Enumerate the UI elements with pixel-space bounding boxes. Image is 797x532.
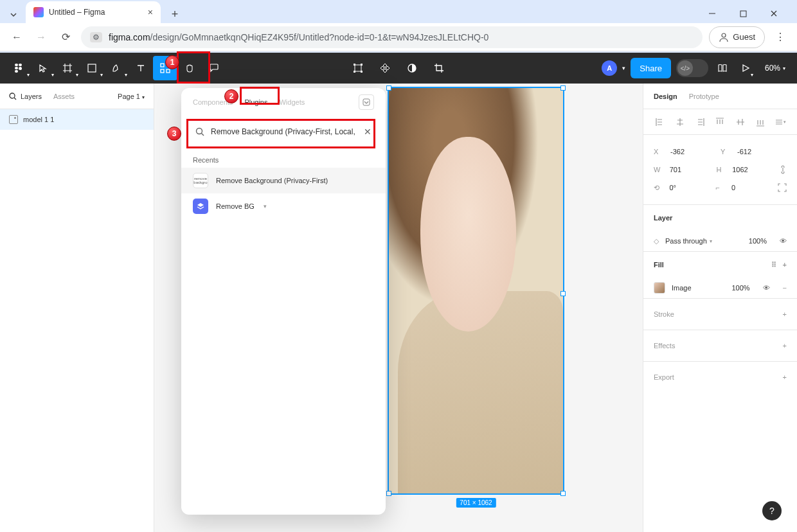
add-stroke-button[interactable]: +: [783, 310, 787, 318]
h-input[interactable]: 1062: [732, 166, 774, 173]
close-tab-icon[interactable]: ×: [148, 7, 153, 17]
frame-tool-button[interactable]: ▾: [55, 56, 80, 80]
blend-mode-select[interactable]: Pass through ▾: [665, 237, 712, 245]
add-export-button[interactable]: +: [783, 373, 787, 381]
figma-favicon: [33, 7, 44, 17]
fill-style-button[interactable]: ⠿: [771, 261, 776, 269]
image-layer-icon: [9, 115, 18, 124]
align-more-button[interactable]: ▾: [774, 116, 787, 129]
h-label: H: [717, 166, 728, 173]
user-avatar[interactable]: A: [602, 60, 617, 76]
rotation-input[interactable]: 0°: [669, 184, 710, 191]
canvas[interactable]: 701 × 1062 Components Plugins Widgets ✕ …: [154, 84, 643, 532]
plugin-item[interactable]: Remove BG ▾: [181, 193, 386, 219]
window-maximize-button[interactable]: [730, 4, 756, 23]
assets-tab[interactable]: Assets: [53, 93, 75, 100]
plugin-icon: removebackgro: [193, 173, 208, 188]
design-tab[interactable]: Design: [654, 93, 677, 100]
share-button[interactable]: Share: [631, 58, 671, 78]
library-button[interactable]: [713, 56, 731, 80]
resize-handle[interactable]: [386, 85, 391, 91]
svg-rect-14: [361, 64, 363, 66]
resize-handle[interactable]: [386, 491, 391, 496]
fill-visibility-toggle[interactable]: 👁: [763, 284, 770, 292]
corner-radius-input[interactable]: 0: [731, 184, 773, 191]
svg-rect-8: [88, 64, 96, 72]
browser-menu-button[interactable]: ⋮: [771, 28, 789, 46]
callout-3: 3: [186, 119, 375, 148]
visibility-toggle[interactable]: 👁: [780, 237, 787, 245]
svg-rect-4: [15, 67, 18, 69]
present-button[interactable]: ▾: [737, 56, 755, 80]
opacity-input[interactable]: 100%: [749, 237, 767, 245]
nav-forward-button[interactable]: →: [32, 28, 50, 46]
address-bar[interactable]: ⚙ figma.com/design/GoMmnaetkqnQHiqEZ4K95…: [81, 26, 703, 48]
nav-back-button[interactable]: ←: [8, 28, 26, 46]
edit-object-button[interactable]: [346, 56, 370, 80]
remove-fill-button[interactable]: −: [783, 284, 787, 292]
layer-section-heading: Layer: [643, 205, 797, 231]
crop-button[interactable]: [427, 56, 451, 80]
collapse-panel-button[interactable]: [359, 94, 374, 110]
page-selector[interactable]: Page 1 ▾: [118, 93, 145, 100]
align-top-button[interactable]: [713, 116, 726, 129]
resize-handle[interactable]: [560, 85, 566, 91]
profile-button[interactable]: Guest: [709, 26, 765, 48]
help-button[interactable]: ?: [762, 501, 782, 520]
align-vcenter-button[interactable]: [734, 116, 747, 129]
w-input[interactable]: 701: [670, 166, 712, 173]
text-tool-button[interactable]: [129, 56, 153, 80]
shape-tool-button[interactable]: ▾: [80, 56, 104, 80]
mask-button[interactable]: [400, 56, 424, 80]
resize-handle[interactable]: [560, 291, 566, 296]
resize-handle[interactable]: [560, 491, 566, 496]
window-close-button[interactable]: [761, 4, 787, 23]
prototype-tab[interactable]: Prototype: [689, 93, 719, 100]
tab-list-dropdown[interactable]: [5, 6, 22, 23]
fill-opacity-input[interactable]: 100%: [731, 284, 749, 292]
x-label: X: [654, 148, 665, 155]
align-bottom-button[interactable]: [754, 116, 767, 129]
widgets-tab[interactable]: Widgets: [279, 98, 305, 106]
dimension-label: 701 × 1062: [456, 498, 496, 508]
chevron-down-icon[interactable]: ▾: [622, 65, 625, 71]
align-left-button[interactable]: [654, 116, 667, 129]
zoom-control[interactable]: 60%▾: [760, 64, 791, 73]
add-effect-button[interactable]: +: [783, 342, 787, 350]
blend-mode-icon: ◇: [654, 237, 659, 245]
x-input[interactable]: -362: [670, 148, 715, 155]
export-section[interactable]: Export+: [643, 362, 797, 393]
add-fill-button[interactable]: +: [783, 261, 787, 269]
browser-tab[interactable]: Untitled – Figma ×: [26, 1, 161, 23]
svg-rect-12: [355, 65, 361, 71]
nav-reload-button[interactable]: ⟳: [57, 28, 75, 46]
placed-image: [389, 88, 563, 493]
recents-heading: Recents: [181, 152, 386, 168]
callout-1: 1: [177, 51, 210, 84]
plugin-item[interactable]: removebackgro Remove Background (Privacy…: [181, 168, 386, 193]
layers-tab[interactable]: Layers: [9, 93, 42, 100]
component-button[interactable]: [373, 56, 397, 80]
svg-rect-5: [15, 70, 18, 73]
new-tab-button[interactable]: +: [166, 5, 184, 23]
independent-corners-button[interactable]: [778, 183, 787, 192]
pen-tool-button[interactable]: ▾: [104, 56, 129, 80]
effects-section[interactable]: Effects+: [643, 330, 797, 361]
window-minimize-button[interactable]: [699, 4, 725, 23]
selection-frame[interactable]: 701 × 1062: [388, 87, 564, 495]
svg-rect-7: [19, 67, 22, 70]
layer-item[interactable]: model 1 1: [0, 109, 154, 130]
dev-mode-toggle[interactable]: </>: [676, 59, 708, 77]
y-input[interactable]: -612: [737, 148, 782, 155]
svg-rect-11: [166, 69, 170, 73]
constrain-proportions-button[interactable]: [779, 164, 787, 175]
rotation-icon: ⟲: [654, 184, 664, 192]
figma-menu-button[interactable]: ▾: [6, 56, 31, 80]
svg-line-19: [14, 98, 16, 100]
site-settings-icon[interactable]: ⚙: [90, 32, 102, 42]
stroke-section[interactable]: Stroke+: [643, 299, 797, 330]
align-right-button[interactable]: [694, 116, 706, 129]
align-hcenter-button[interactable]: [674, 116, 686, 129]
fill-swatch[interactable]: [654, 282, 665, 294]
move-tool-button[interactable]: ▾: [31, 56, 55, 80]
